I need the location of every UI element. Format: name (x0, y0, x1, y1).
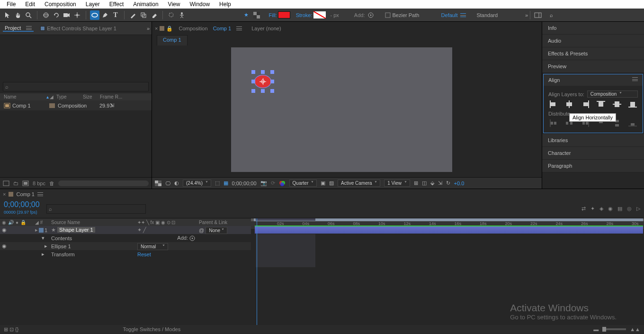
shy-icon[interactable]: ✦ (590, 206, 595, 212)
workspace-menu-icon[interactable] (460, 13, 466, 17)
eraser-tool-icon[interactable] (149, 10, 159, 20)
graph-icon[interactable]: ▤ (617, 206, 622, 212)
align-left-icon[interactable] (549, 100, 558, 108)
anchor-tool-icon[interactable] (72, 10, 82, 20)
menu-view[interactable]: View (163, 1, 185, 8)
timeline-track-area[interactable]: 02s04s06s08s10s12s14s16s18s20s22s24s26s2… (251, 218, 644, 325)
libraries-panel-header[interactable]: Libraries (542, 134, 644, 147)
parent-pickwhip-icon[interactable]: @ (199, 227, 204, 233)
menu-file[interactable]: File (2, 1, 20, 8)
help-search-icon[interactable]: ⌕ (546, 10, 556, 20)
zoom-tool-icon[interactable] (24, 10, 33, 20)
eye-icon[interactable]: ◉ (2, 227, 7, 233)
mask-icon[interactable]: ◐ (174, 180, 179, 186)
clone-tool-icon[interactable] (139, 10, 148, 20)
menu-window[interactable]: Window (185, 1, 215, 8)
zoom-in-icon[interactable]: ▲▲ (630, 326, 640, 332)
transparency-icon[interactable]: ▨ (329, 180, 334, 186)
add-contents-icon[interactable] (189, 235, 195, 241)
motion-blur-icon[interactable]: ◉ (608, 206, 613, 212)
character-panel-header[interactable]: Character (542, 147, 644, 160)
camera-dropdown[interactable]: Active Camera ˅ (338, 180, 380, 187)
menu-layer[interactable]: Layer (81, 1, 105, 8)
panel-icon[interactable] (533, 10, 543, 20)
toggle-switches[interactable]: Toggle Switches / Modes (123, 326, 180, 332)
checker-icon[interactable] (252, 10, 261, 20)
hand-tool-icon[interactable] (13, 10, 23, 20)
folder-icon[interactable]: 🗀 (13, 181, 18, 186)
exposure-value[interactable]: +0.0 (454, 181, 465, 186)
comp-subtab[interactable]: Comp 1 (157, 35, 188, 45)
stroke-swatch[interactable] (313, 11, 326, 18)
align-to-dropdown[interactable]: Composition ˅ (587, 90, 638, 98)
menu-effect[interactable]: Effect (105, 1, 128, 8)
effects-panel-header[interactable]: Effects & Presets (542, 47, 644, 60)
menu-composition[interactable]: Composition (40, 1, 81, 8)
monitor-icon[interactable]: 🖵 (165, 181, 170, 186)
alpha-icon[interactable] (155, 181, 161, 186)
reset-exposure-icon[interactable]: ↻ (446, 180, 450, 186)
align-right-icon[interactable] (581, 100, 590, 108)
align-top-icon[interactable] (597, 100, 605, 108)
fill-label[interactable]: Fill: (269, 12, 277, 18)
tl-footer-icons[interactable]: ⊞ ⊡ {} (4, 326, 18, 333)
quality-dropdown[interactable]: Quarter ˅ (289, 180, 317, 187)
orbit-tool-icon[interactable] (41, 10, 51, 20)
stroke-label[interactable]: Stroke: (296, 12, 313, 18)
bpc-label[interactable]: 8 bpc (33, 181, 45, 186)
timeline-search[interactable]: ⌕ (46, 204, 146, 214)
puppet-tool-icon[interactable] (177, 10, 187, 20)
render-icon[interactable]: ▷ (636, 206, 640, 212)
audio-panel-header[interactable]: Audio (542, 35, 644, 47)
overflow-icon[interactable]: » (525, 12, 527, 18)
roto-tool-icon[interactable] (167, 10, 176, 20)
camera-tool-icon[interactable] (62, 10, 72, 20)
layer-tab[interactable]: Layer (none) (248, 24, 285, 33)
align-hcenter-icon[interactable] (565, 100, 573, 108)
trash-icon[interactable]: 🗑 (49, 181, 54, 186)
flowchart-icon[interactable]: ⇲ (438, 180, 442, 186)
renderer-icon[interactable]: ⬙ (430, 180, 434, 186)
align-menu-icon[interactable] (632, 77, 638, 81)
ellipse-tool-icon[interactable] (90, 10, 99, 20)
view-dropdown[interactable]: 1 View ˅ (384, 180, 410, 187)
bezier-check[interactable]: Bezier Path (385, 12, 420, 18)
mode-dropdown[interactable]: Normal ˅ (137, 243, 168, 250)
time-display[interactable]: 0;00;00;00 (232, 181, 257, 186)
star-icon[interactable]: ★ (242, 10, 251, 20)
menu-help[interactable]: Help (215, 1, 236, 8)
eye-icon[interactable]: ◉ (2, 243, 7, 249)
paragraph-panel-header[interactable]: Paragraph (542, 160, 644, 172)
color-mgmt-icon[interactable] (279, 180, 286, 187)
rotate-tool-icon[interactable] (52, 10, 61, 20)
menu-animation[interactable]: Animation (128, 1, 163, 8)
add-play-icon[interactable] (366, 10, 376, 20)
fill-swatch[interactable] (278, 11, 290, 18)
frame-blend-icon[interactable]: ◈ (599, 206, 603, 212)
project-search[interactable]: ⌕ (3, 82, 149, 91)
region-icon[interactable]: ▣ (321, 180, 325, 186)
workspace-default[interactable]: Default (441, 12, 458, 18)
reset-link[interactable]: Reset (137, 252, 151, 257)
layer-name[interactable]: Shape Layer 1 (57, 227, 95, 233)
panel-overflow-icon[interactable]: » (147, 26, 149, 31)
align-bottom-icon[interactable] (628, 100, 637, 108)
parent-dropdown[interactable]: None ˅ (206, 227, 227, 234)
draft3d-icon[interactable]: ◫ (422, 180, 427, 186)
composition-tab[interactable]: Composition Comp 1 (175, 24, 246, 33)
show-snapshot-icon[interactable]: ⟳ (271, 180, 275, 186)
brush-tool-icon[interactable] (128, 10, 138, 20)
current-time[interactable]: 0;00;00;00 (0, 199, 44, 210)
menu-edit[interactable]: Edit (20, 1, 40, 8)
vr-icon[interactable]: ⊞ (414, 180, 418, 186)
effect-controls-tab[interactable]: Effect Controls Shape Layer 1 (38, 26, 118, 31)
layer-bar[interactable] (255, 226, 643, 234)
workspace-standard[interactable]: Standard (476, 12, 498, 18)
lock-icon[interactable]: 🔒 (166, 26, 173, 32)
selected-shape[interactable] (252, 71, 273, 92)
zoom-slider[interactable] (602, 328, 626, 330)
res-icon[interactable]: ⬚ (215, 180, 220, 186)
stroke-px[interactable]: - px (331, 12, 339, 18)
timeline-tab[interactable]: Comp 1 (16, 191, 35, 197)
transform-row[interactable]: ▸ Transform Reset (0, 250, 251, 258)
